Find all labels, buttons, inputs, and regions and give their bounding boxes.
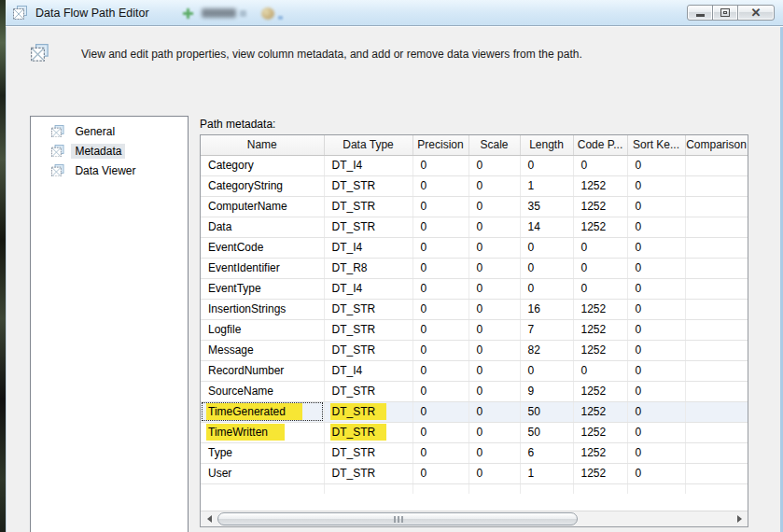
cell-sort-key[interactable]: 0 [627, 319, 685, 340]
cell-data-type[interactable]: DT_I4 [324, 237, 412, 258]
column-header-scale[interactable]: Scale [468, 135, 520, 155]
cell-precision[interactable]: 0 [412, 217, 468, 237]
table-row[interactable]: CategoryDT_I400000 [201, 155, 748, 175]
cell-precision[interactable]: 0 [412, 278, 468, 299]
table-row[interactable]: DataDT_STR001412520 [201, 217, 748, 237]
cell-data-type[interactable]: DT_STR [324, 217, 412, 237]
cell-precision[interactable]: 0 [412, 463, 468, 483]
column-header-sort-ke[interactable]: Sort Ke... [627, 135, 685, 155]
cell-sort-key[interactable]: 0 [627, 463, 685, 483]
cell-sort-key[interactable]: 0 [627, 360, 685, 381]
cell-data-type[interactable]: DT_I4 [324, 278, 412, 299]
cell-comparison[interactable] [685, 217, 748, 237]
cell-length[interactable]: 0 [520, 155, 573, 175]
table-row[interactable]: TimeGeneratedDT_STR005012520 [201, 401, 748, 422]
cell-comparison[interactable] [685, 422, 748, 442]
scroll-left-button[interactable] [201, 511, 217, 526]
cell-sort-key[interactable]: 0 [627, 258, 685, 278]
cell-precision[interactable]: 0 [412, 340, 468, 360]
cell-code-page[interactable]: 1252 [573, 463, 627, 483]
cell-scale[interactable]: 0 [468, 258, 520, 278]
cell-name[interactable]: Data [201, 217, 324, 237]
cell-scale[interactable]: 0 [468, 217, 520, 237]
cell-comparison[interactable] [685, 340, 748, 360]
cell-scale[interactable]: 0 [468, 340, 520, 360]
cell-name[interactable]: SourceName [201, 381, 324, 401]
cell-name[interactable]: Type [201, 442, 324, 463]
cell-length[interactable]: 50 [520, 422, 573, 442]
cell-name[interactable]: User [201, 463, 324, 483]
cell-precision[interactable]: 0 [412, 237, 468, 258]
cell-comparison[interactable] [685, 175, 748, 196]
cell-code-page[interactable]: 1252 [573, 175, 627, 196]
cell-precision[interactable]: 0 [412, 299, 468, 319]
cell-scale[interactable]: 0 [468, 401, 520, 422]
column-header-precision[interactable]: Precision [412, 135, 468, 155]
cell-comparison[interactable] [685, 196, 748, 217]
column-header-data-type[interactable]: Data Type [324, 135, 412, 155]
cell-precision[interactable]: 0 [412, 155, 468, 175]
scrollbar-thumb[interactable] [217, 512, 578, 525]
sidebar-item-metadata[interactable]: Metadata [31, 141, 188, 161]
table-row[interactable]: UserDT_STR00112520 [201, 463, 748, 483]
cell-data-type[interactable]: DT_STR [324, 422, 412, 442]
cell-length[interactable]: 6 [520, 442, 573, 463]
cell-length[interactable]: 0 [520, 360, 573, 381]
cell-code-page[interactable]: 1252 [573, 319, 627, 340]
cell-name[interactable]: EventType [201, 278, 324, 299]
cell-length[interactable]: 7 [520, 319, 573, 340]
cell-data-type[interactable]: DT_STR [324, 401, 412, 422]
cell-precision[interactable]: 0 [412, 422, 468, 442]
window-titlebar[interactable]: Data Flow Path Editor ✕ [6, 0, 783, 26]
table-row[interactable]: EventIdentifierDT_R800000 [201, 258, 748, 278]
cell-name[interactable]: InsertionStrings [201, 299, 324, 319]
cell-name[interactable]: Category [201, 155, 324, 175]
cell-data-type[interactable]: DT_STR [324, 340, 412, 360]
cell-scale[interactable]: 0 [468, 278, 520, 299]
cell-precision[interactable]: 0 [412, 360, 468, 381]
cell-sort-key[interactable]: 0 [627, 278, 685, 299]
cell-data-type[interactable]: DT_R8 [324, 258, 412, 278]
cell-comparison[interactable] [685, 463, 748, 483]
table-row[interactable]: TypeDT_STR00612520 [201, 442, 748, 463]
cell-precision[interactable]: 0 [412, 442, 468, 463]
scroll-right-button[interactable] [732, 511, 748, 526]
cell-data-type[interactable]: DT_I4 [324, 155, 412, 175]
cell-sort-key[interactable]: 0 [627, 196, 685, 217]
cell-sort-key[interactable]: 0 [627, 340, 685, 360]
cell-precision[interactable]: 0 [412, 381, 468, 401]
cell-sort-key[interactable]: 0 [627, 217, 685, 237]
cell-code-page[interactable]: 1252 [573, 401, 627, 422]
cell-name[interactable]: ComputerName [201, 196, 324, 217]
cell-sort-key[interactable]: 0 [627, 442, 685, 463]
cell-code-page[interactable]: 1252 [573, 381, 627, 401]
cell-length[interactable]: 14 [520, 217, 573, 237]
cell-scale[interactable]: 0 [468, 175, 520, 196]
table-row[interactable]: ComputerNameDT_STR003512520 [201, 196, 748, 217]
cell-length[interactable]: 50 [520, 401, 573, 422]
table-row[interactable]: TimeWrittenDT_STR005012520 [201, 422, 748, 442]
cell-precision[interactable]: 0 [412, 319, 468, 340]
cell-length[interactable]: 35 [520, 196, 573, 217]
cell-code-page[interactable]: 1252 [573, 217, 627, 237]
cell-comparison[interactable] [685, 381, 748, 401]
table-row[interactable]: CategoryStringDT_STR00112520 [201, 175, 748, 196]
cell-scale[interactable]: 0 [468, 381, 520, 401]
cell-name[interactable]: TimeGenerated [201, 401, 324, 422]
cell-data-type[interactable]: DT_STR [324, 299, 412, 319]
table-row[interactable]: EventCodeDT_I400000 [201, 237, 748, 258]
cell-length[interactable]: 0 [520, 237, 573, 258]
cell-sort-key[interactable]: 0 [627, 422, 685, 442]
cell-length[interactable]: 16 [520, 299, 573, 319]
table-row[interactable]: MessageDT_STR008212520 [201, 340, 748, 360]
table-row[interactable]: InsertionStringsDT_STR001612520 [201, 299, 748, 319]
cell-length[interactable]: 1 [520, 463, 573, 483]
cell-code-page[interactable]: 1252 [573, 340, 627, 360]
cell-length[interactable]: 9 [520, 381, 573, 401]
cell-comparison[interactable] [685, 155, 748, 175]
cell-code-page[interactable]: 0 [573, 360, 627, 381]
cell-comparison[interactable] [685, 237, 748, 258]
cell-name[interactable]: EventIdentifier [201, 258, 324, 278]
cell-code-page[interactable]: 0 [573, 155, 627, 175]
table-row[interactable]: RecordNumberDT_I400000 [201, 360, 748, 381]
